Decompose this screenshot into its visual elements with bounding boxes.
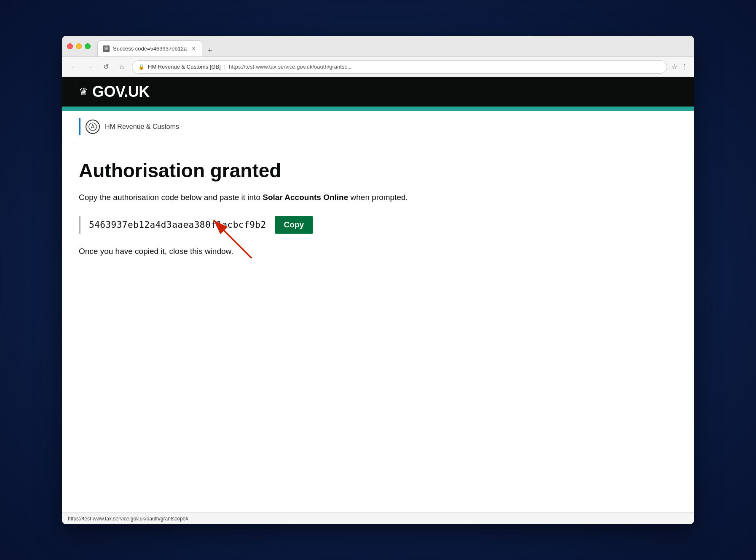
- crown-icon: ♛: [79, 86, 88, 98]
- code-and-arrow-area: 5463937eb12a4d3aaea380f1acbcf9b2 Copy: [79, 216, 677, 234]
- browser-menu-icon[interactable]: ⋮: [681, 63, 688, 71]
- home-button[interactable]: ⌂: [116, 61, 128, 73]
- minimize-window-button[interactable]: [76, 43, 82, 49]
- hmrc-bar: HM Revenue & Customs: [62, 111, 694, 143]
- instruction-text: Copy the authorisation code below and pa…: [79, 192, 677, 204]
- back-button[interactable]: ←: [68, 61, 80, 73]
- address-url: https://test-www.tax.service.gov.uk/oaut…: [229, 64, 661, 70]
- title-bar: 🏛 Success code=5463937eb12a ✕ +: [62, 36, 694, 57]
- reload-button[interactable]: ↺: [100, 61, 112, 73]
- copy-button[interactable]: Copy: [275, 216, 314, 234]
- new-tab-button[interactable]: +: [204, 45, 216, 56]
- maximize-window-button[interactable]: [85, 43, 91, 49]
- status-url: https://test-www.tax.service.gov.uk/oaut…: [68, 516, 188, 522]
- tab-favicon: 🏛: [103, 45, 110, 52]
- tabs-area: 🏛 Success code=5463937eb12a ✕ +: [97, 36, 689, 56]
- govuk-logo-text: GOV.UK: [92, 83, 150, 101]
- close-instruction: Once you have copied it, close this wind…: [79, 245, 677, 258]
- close-window-button[interactable]: [67, 43, 73, 49]
- bookmark-icon[interactable]: ☆: [671, 63, 677, 71]
- page-heading: Authorisation granted: [79, 160, 677, 181]
- auth-code-display: 5463937eb12a4d3aaea380f1acbcf9b2: [89, 220, 266, 230]
- govuk-logo: ♛ GOV.UK: [79, 83, 677, 101]
- tab-title: Success code=5463937eb12a: [113, 45, 187, 52]
- address-divider: |: [224, 64, 225, 70]
- main-content: Authorisation granted Copy the authorisa…: [62, 143, 694, 512]
- forward-button[interactable]: →: [84, 61, 96, 73]
- security-lock-icon: 🔒: [138, 64, 145, 70]
- hmrc-crest-icon: [86, 120, 100, 134]
- hmrc-name: HM Revenue & Customs: [105, 123, 179, 131]
- service-bar: [62, 107, 694, 111]
- tab-close-button[interactable]: ✕: [190, 45, 197, 52]
- page-content: ♛ GOV.UK HM Revenue & Customs Authorisat…: [62, 77, 694, 512]
- govuk-header: ♛ GOV.UK: [62, 77, 694, 107]
- hmrc-left-border: [79, 118, 80, 135]
- browser-window: 🏛 Success code=5463937eb12a ✕ + ← → ↺ ⌂ …: [62, 36, 694, 524]
- status-bar: https://test-www.tax.service.gov.uk/oaut…: [62, 512, 694, 524]
- org-name: HM Revenue & Customs [GB]: [148, 64, 221, 70]
- code-section: 5463937eb12a4d3aaea380f1acbcf9b2 Copy: [79, 216, 677, 234]
- address-bar: ← → ↺ ⌂ 🔒 HM Revenue & Customs [GB] | ht…: [62, 57, 694, 77]
- active-tab[interactable]: 🏛 Success code=5463937eb12a ✕: [97, 40, 202, 56]
- address-input[interactable]: 🔒 HM Revenue & Customs [GB] | https://te…: [132, 60, 667, 74]
- traffic-lights: [67, 43, 91, 49]
